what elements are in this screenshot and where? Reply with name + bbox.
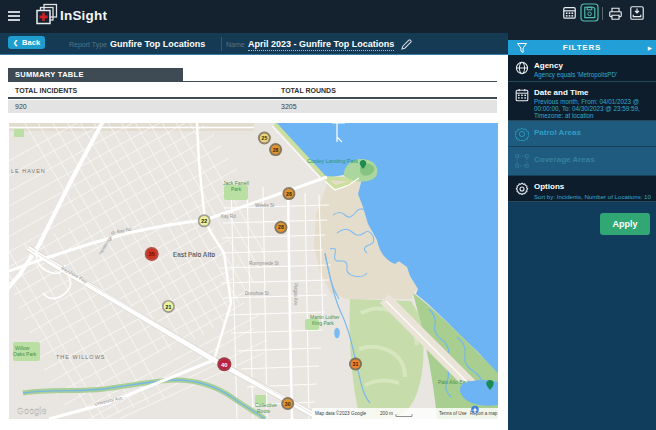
svg-text:28: 28 [286, 191, 292, 197]
svg-text:THE WILLOWS: THE WILLOWS [56, 354, 106, 360]
svg-text:31: 31 [353, 361, 359, 367]
svg-text:30: 30 [285, 401, 291, 407]
svg-text:Terms of Use: Terms of Use [439, 411, 467, 416]
svg-text:Google: Google [17, 406, 47, 416]
svg-text:Oaks Park: Oaks Park [13, 351, 37, 357]
svg-text:28: 28 [273, 147, 279, 153]
svg-text:22: 22 [201, 218, 207, 224]
svg-text:Park: Park [231, 186, 242, 192]
svg-text:Weeks St: Weeks St [255, 203, 275, 208]
svg-text:East Palo Alto: East Palo Alto [173, 251, 215, 258]
svg-text:Roots: Roots [257, 408, 271, 414]
svg-text:Map data ©2023 Google: Map data ©2023 Google [315, 410, 367, 416]
svg-text:40: 40 [221, 362, 227, 368]
svg-text:200 m: 200 m [380, 411, 393, 416]
svg-text:Dunohoe St: Dunohoe St [245, 291, 270, 296]
svg-text:Pulgas Ave: Pulgas Ave [293, 283, 298, 306]
svg-text:Runnymede St: Runnymede St [249, 261, 280, 266]
svg-text:LE HAVEN: LE HAVEN [11, 168, 46, 174]
svg-text:King Park: King Park [312, 320, 334, 326]
svg-text:28: 28 [278, 224, 284, 230]
svg-text:35: 35 [149, 251, 155, 257]
svg-text:Cooley Landing Park: Cooley Landing Park [307, 158, 358, 164]
svg-text:21: 21 [166, 304, 172, 310]
svg-text:25: 25 [262, 135, 268, 141]
svg-text:Kay Rd: Kay Rd [221, 214, 236, 219]
